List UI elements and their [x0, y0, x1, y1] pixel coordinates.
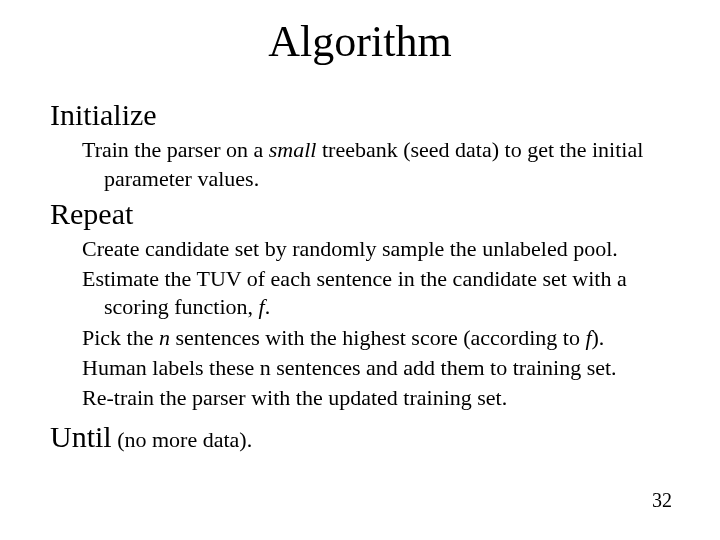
repeat-step-2: Estimate the TUV of each sentence in the… — [82, 265, 670, 321]
init-text-small: small — [269, 137, 317, 162]
step3-e: ). — [592, 325, 605, 350]
initialize-heading: Initialize — [50, 96, 670, 134]
init-text-a: Train the parser on a — [82, 137, 269, 162]
slide-title: Algorithm — [0, 16, 720, 67]
step3-a: Pick the — [82, 325, 159, 350]
until-line: Until (no more data). — [50, 418, 670, 456]
repeat-step-3: Pick the n sentences with the highest sc… — [82, 324, 670, 352]
repeat-step-1: Create candidate set by randomly sample … — [82, 235, 670, 263]
step2-a: Estimate the TUV of each sentence in the… — [82, 266, 627, 319]
step2-c: . — [265, 294, 271, 319]
page-number: 32 — [652, 489, 672, 512]
repeat-step-5: Re-train the parser with the updated tra… — [82, 384, 670, 412]
step3-n: n — [159, 325, 170, 350]
repeat-heading: Repeat — [50, 195, 670, 233]
initialize-text: Train the parser on a small treebank (se… — [82, 136, 670, 192]
until-keyword: Until — [50, 420, 112, 453]
slide: Algorithm Initialize Train the parser on… — [0, 0, 720, 540]
slide-body: Initialize Train the parser on a small t… — [50, 92, 670, 456]
repeat-step-4: Human labels these n sentences and add t… — [82, 354, 670, 382]
step3-c: sentences with the highest score (accord… — [170, 325, 585, 350]
until-condition: (no more data). — [112, 427, 253, 452]
